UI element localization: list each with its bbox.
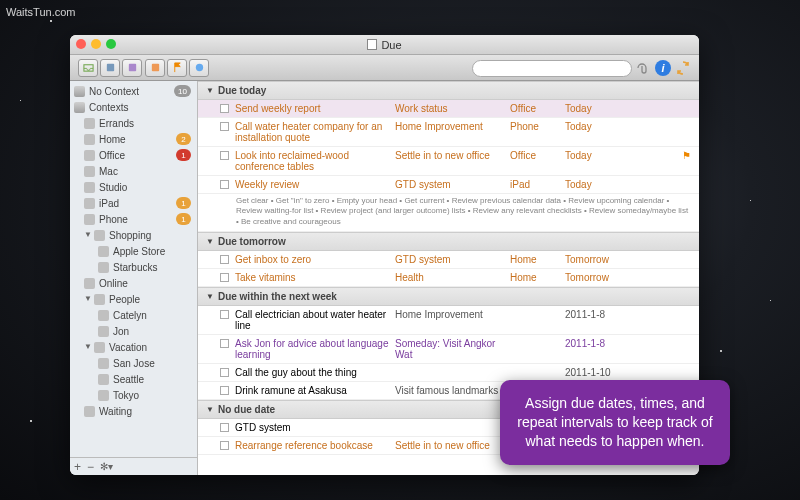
sidebar-item-tokyo[interactable]: Tokyo <box>70 387 197 403</box>
task-due: Tomorrow <box>565 254 691 265</box>
section-due-tomorrow[interactable]: ▼Due tomorrow <box>198 232 699 251</box>
sidebar-no-context[interactable]: No Context10 <box>70 83 197 99</box>
task-due: 2011-1-8 <box>565 338 691 349</box>
context-icon <box>84 182 95 193</box>
remove-button[interactable]: − <box>87 460 94 474</box>
view-review-button[interactable] <box>189 59 209 77</box>
section-title: Due today <box>218 85 266 96</box>
sidebar-item-label: iPad <box>99 198 176 209</box>
task-title: Weekly review <box>235 179 395 190</box>
sidebar-contexts[interactable]: Contexts <box>70 99 197 115</box>
task-row[interactable]: Call water heater company for an install… <box>198 118 699 147</box>
disclosure-triangle-icon[interactable]: ▼ <box>84 231 92 239</box>
task-title: Send weekly report <box>235 103 395 114</box>
sidebar-item-seattle[interactable]: Seattle <box>70 371 197 387</box>
sidebar-item-apple-store[interactable]: Apple Store <box>70 243 197 259</box>
minimize-icon[interactable] <box>91 39 101 49</box>
clip-icon[interactable] <box>635 61 651 75</box>
sidebar-item-waiting[interactable]: Waiting <box>70 403 197 419</box>
disclosure-triangle-icon[interactable]: ▼ <box>84 295 92 303</box>
add-button[interactable]: + <box>74 460 81 474</box>
checkbox[interactable] <box>220 339 229 348</box>
sidebar-item-office[interactable]: Office1 <box>70 147 197 163</box>
checkbox[interactable] <box>220 122 229 131</box>
sidebar-item-san-jose[interactable]: San Jose <box>70 355 197 371</box>
sidebar-item-catelyn[interactable]: Catelyn <box>70 307 197 323</box>
task-note: Get clear • Get "in" to zero • Empty you… <box>198 194 699 232</box>
task-project: GTD system <box>395 254 510 265</box>
sync-icon[interactable] <box>675 60 691 76</box>
task-row[interactable]: Send weekly reportWork statusOfficeToday <box>198 100 699 118</box>
sidebar-item-vacation[interactable]: ▼Vacation <box>70 339 197 355</box>
checkbox[interactable] <box>220 180 229 189</box>
task-title: Rearrange reference bookcase <box>235 440 395 451</box>
disclosure-triangle-icon[interactable]: ▼ <box>84 343 92 351</box>
sidebar-item-starbucks[interactable]: Starbucks <box>70 259 197 275</box>
context-icon <box>84 134 95 145</box>
sidebar-item-label: People <box>109 294 191 305</box>
watermark: WaitsTun.com <box>6 6 75 18</box>
task-row[interactable]: Take vitaminsHealthHomeTomorrow <box>198 269 699 287</box>
checkbox[interactable] <box>220 310 229 319</box>
task-title: Call electrician about water heater line <box>235 309 395 331</box>
section-due-today[interactable]: ▼Due today <box>198 81 699 100</box>
sidebar-item-label: Apple Store <box>113 246 191 257</box>
view-flagged-button[interactable] <box>167 59 187 77</box>
task-row[interactable]: Ask Jon for advice about language learni… <box>198 335 699 364</box>
sidebar-item-label: Contexts <box>89 102 191 113</box>
sidebar-item-errands[interactable]: Errands <box>70 115 197 131</box>
task-due: Today <box>565 103 691 114</box>
sidebar-item-home[interactable]: Home2 <box>70 131 197 147</box>
task-title: Drink ramune at Asakusa <box>235 385 395 396</box>
checkbox[interactable] <box>220 368 229 377</box>
context-icon <box>98 246 109 257</box>
task-due: Today <box>565 179 691 190</box>
svg-rect-3 <box>151 64 158 71</box>
task-row[interactable]: Get inbox to zeroGTD systemHomeTomorrow <box>198 251 699 269</box>
section-due-week[interactable]: ▼Due within the next week <box>198 287 699 306</box>
sidebar-item-label: Online <box>99 278 191 289</box>
checkbox[interactable] <box>220 255 229 264</box>
view-due-button[interactable] <box>145 59 165 77</box>
checkbox[interactable] <box>220 386 229 395</box>
window-title: Due <box>381 39 401 51</box>
sidebar-item-shopping[interactable]: ▼Shopping <box>70 227 197 243</box>
context-icon <box>84 406 95 417</box>
search-input[interactable] <box>472 60 632 77</box>
sidebar-item-online[interactable]: Online <box>70 275 197 291</box>
zoom-icon[interactable] <box>106 39 116 49</box>
sidebar-item-label: Starbucks <box>113 262 191 273</box>
task-context: Office <box>510 103 565 114</box>
sidebar-item-ipad[interactable]: iPad1 <box>70 195 197 211</box>
task-title: Take vitamins <box>235 272 395 283</box>
task-due: 2011-1-10 <box>565 367 691 378</box>
task-row[interactable]: Look into reclaimed-wood conference tabl… <box>198 147 699 176</box>
action-menu-button[interactable]: ✻▾ <box>100 461 113 472</box>
checkbox[interactable] <box>220 441 229 450</box>
section-title: Due within the next week <box>218 291 337 302</box>
view-inbox-button[interactable] <box>78 59 98 77</box>
sidebar-item-jon[interactable]: Jon <box>70 323 197 339</box>
view-projects-button[interactable] <box>100 59 120 77</box>
close-icon[interactable] <box>76 39 86 49</box>
sidebar-item-people[interactable]: ▼People <box>70 291 197 307</box>
task-project: Settle in to new office <box>395 440 510 451</box>
sidebar-item-mac[interactable]: Mac <box>70 163 197 179</box>
task-row[interactable]: Call electrician about water heater line… <box>198 306 699 335</box>
sidebar-item-label: Vacation <box>109 342 191 353</box>
count-badge: 10 <box>174 85 191 97</box>
checkbox[interactable] <box>220 104 229 113</box>
sidebar-item-studio[interactable]: Studio <box>70 179 197 195</box>
sidebar-item-label: Studio <box>99 182 191 193</box>
count-badge: 1 <box>176 149 191 161</box>
info-icon[interactable]: i <box>655 60 671 76</box>
checkbox[interactable] <box>220 273 229 282</box>
checkbox[interactable] <box>220 151 229 160</box>
count-badge: 1 <box>176 213 191 225</box>
sidebar-item-label: San Jose <box>113 358 191 369</box>
sidebar-item-phone[interactable]: Phone1 <box>70 211 197 227</box>
checkbox[interactable] <box>220 423 229 432</box>
task-row[interactable]: Weekly reviewGTD systemiPadToday <box>198 176 699 194</box>
task-project: Someday: Visit Angkor Wat <box>395 338 510 360</box>
view-contexts-button[interactable] <box>122 59 142 77</box>
